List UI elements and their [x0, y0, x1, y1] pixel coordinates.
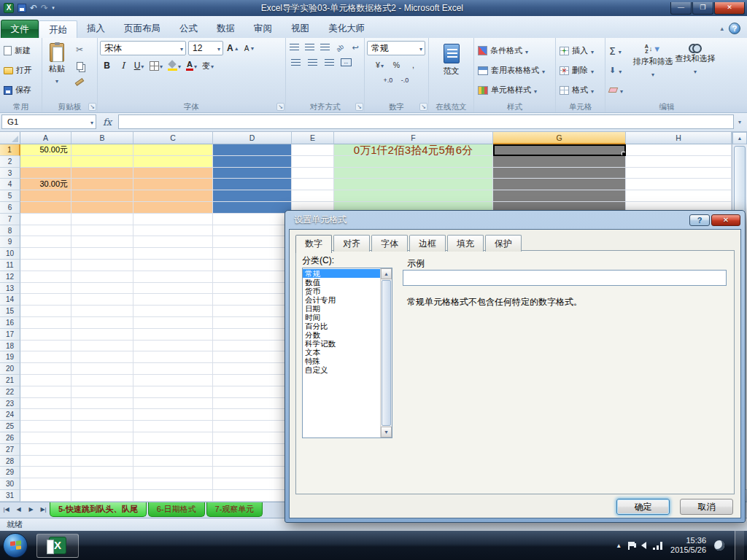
- cell-G2[interactable]: [493, 156, 626, 168]
- row-header-15[interactable]: 15: [0, 306, 20, 317]
- row-header-30[interactable]: 30: [0, 478, 20, 490]
- phonetic-button[interactable]: 变: [201, 58, 215, 73]
- comma-button[interactable]: ,: [406, 58, 421, 71]
- cell-B20[interactable]: [71, 363, 133, 375]
- cell-A1[interactable]: 50.00元: [20, 144, 71, 156]
- font-dialog-launcher[interactable]: [276, 103, 285, 111]
- cell-A22[interactable]: [20, 386, 71, 398]
- clear-dropdown-icon[interactable]: [620, 86, 623, 95]
- cell-G5[interactable]: [493, 190, 626, 202]
- cell-A17[interactable]: [20, 329, 71, 341]
- table-format-dropdown-icon[interactable]: [542, 66, 545, 75]
- row-header-24[interactable]: 24: [0, 409, 20, 421]
- sheet-tab-3[interactable]: 7-观察单元: [206, 502, 263, 517]
- last-sheet-button[interactable]: ▶|: [37, 502, 50, 518]
- align-center-button[interactable]: [305, 56, 320, 69]
- cell-D26[interactable]: [213, 432, 292, 444]
- cell-A5[interactable]: [20, 190, 71, 202]
- cell-B16[interactable]: [71, 317, 133, 329]
- clipboard-dialog-launcher[interactable]: [88, 103, 96, 111]
- file-tab[interactable]: 文件: [1, 20, 39, 38]
- cell-C13[interactable]: [133, 283, 213, 295]
- cell-D30[interactable]: [213, 478, 292, 490]
- currency-dropdown-icon[interactable]: [381, 61, 384, 69]
- number-dialog-launcher[interactable]: [419, 103, 427, 111]
- cell-C12[interactable]: [133, 271, 213, 283]
- cell-C4[interactable]: [133, 179, 213, 190]
- cell-C3[interactable]: [133, 168, 213, 179]
- cell-D15[interactable]: [213, 306, 292, 317]
- cell-E4[interactable]: [292, 179, 334, 190]
- cell-C21[interactable]: [133, 375, 213, 386]
- cell-B11[interactable]: [71, 260, 133, 271]
- cell-styles-dropdown-icon[interactable]: [534, 86, 537, 95]
- cell-A20[interactable]: [20, 363, 71, 375]
- cell-A24[interactable]: [20, 409, 71, 421]
- cell-B23[interactable]: [71, 398, 133, 410]
- cell-D31[interactable]: [213, 490, 292, 502]
- cell-B14[interactable]: [71, 294, 133, 306]
- formula-input[interactable]: [118, 114, 734, 129]
- cell-A26[interactable]: [20, 432, 71, 444]
- cell-G3[interactable]: [493, 168, 626, 179]
- cell-C19[interactable]: [133, 351, 213, 363]
- row-header-25[interactable]: 25: [0, 421, 20, 432]
- row-header-14[interactable]: 14: [0, 294, 20, 306]
- row-header-8[interactable]: 8: [0, 225, 20, 237]
- dialog-tab-2[interactable]: 对齐: [333, 235, 370, 252]
- cell-H3[interactable]: [626, 168, 732, 179]
- delete-cells-button[interactable]: ✕删除: [557, 63, 603, 79]
- start-button[interactable]: [3, 533, 28, 558]
- cell-A28[interactable]: [20, 456, 71, 467]
- cell-B25[interactable]: [71, 421, 133, 432]
- cell-C27[interactable]: [133, 444, 213, 456]
- cell-F5[interactable]: [334, 190, 493, 202]
- align-bottom-button[interactable]: [319, 41, 332, 53]
- row-header-31[interactable]: 31: [0, 490, 20, 502]
- bold-button[interactable]: B: [100, 58, 114, 73]
- row-header-2[interactable]: 2: [0, 156, 20, 168]
- dialog-help-button[interactable]: ?: [689, 214, 710, 226]
- cell-C1[interactable]: [133, 144, 213, 156]
- ribbon-tab-3[interactable]: 页面布局: [115, 20, 170, 38]
- clear-button[interactable]: [607, 82, 632, 98]
- row-header-23[interactable]: 23: [0, 398, 20, 410]
- font-name-combo[interactable]: 宋体: [100, 41, 186, 55]
- cell-B6[interactable]: [71, 202, 133, 214]
- cell-A31[interactable]: [20, 490, 71, 502]
- ribbon-tab-1[interactable]: 开始: [39, 20, 77, 39]
- cell-A3[interactable]: [20, 168, 71, 179]
- fill-color-button[interactable]: [166, 58, 182, 73]
- cell-D4[interactable]: [213, 179, 292, 190]
- row-header-21[interactable]: 21: [0, 375, 20, 386]
- vertical-scrollbar-thumb[interactable]: [734, 146, 746, 216]
- dialog-close-button[interactable]: ✕: [711, 214, 740, 226]
- cell-C20[interactable]: [133, 363, 213, 375]
- cell-D11[interactable]: [213, 260, 292, 271]
- cell-B22[interactable]: [71, 386, 133, 398]
- cell-B19[interactable]: [71, 351, 133, 363]
- row-header-29[interactable]: 29: [0, 467, 20, 478]
- conditional-dropdown-icon[interactable]: [525, 47, 528, 55]
- wrap-text-button[interactable]: [349, 41, 362, 53]
- category-item-12[interactable]: 自定义: [303, 365, 380, 374]
- category-item-6[interactable]: 时间: [303, 313, 380, 322]
- cell-B4[interactable]: [71, 179, 133, 190]
- ribbon-tab-6[interactable]: 审阅: [244, 20, 282, 38]
- cell-C26[interactable]: [133, 432, 213, 444]
- ok-button[interactable]: 确定: [616, 499, 670, 515]
- align-top-button[interactable]: [288, 41, 301, 53]
- font-color-button[interactable]: A: [185, 58, 198, 73]
- row-header-7[interactable]: 7: [0, 214, 20, 225]
- dialog-tab-6[interactable]: 保护: [485, 235, 522, 252]
- excel-app-icon[interactable]: [4, 3, 14, 13]
- listbox-scrollbar[interactable]: ▲ ▼: [380, 268, 392, 438]
- close-button[interactable]: ✕: [714, 2, 745, 15]
- autosum-button[interactable]: Σ: [607, 43, 632, 59]
- collapse-ribbon-icon[interactable]: ▴: [720, 25, 724, 32]
- cell-D1[interactable]: [213, 144, 292, 156]
- cell-B15[interactable]: [71, 306, 133, 317]
- ribbon-tab-5[interactable]: 数据: [207, 20, 244, 38]
- cell-H2[interactable]: [626, 156, 732, 168]
- cell-C14[interactable]: [133, 294, 213, 306]
